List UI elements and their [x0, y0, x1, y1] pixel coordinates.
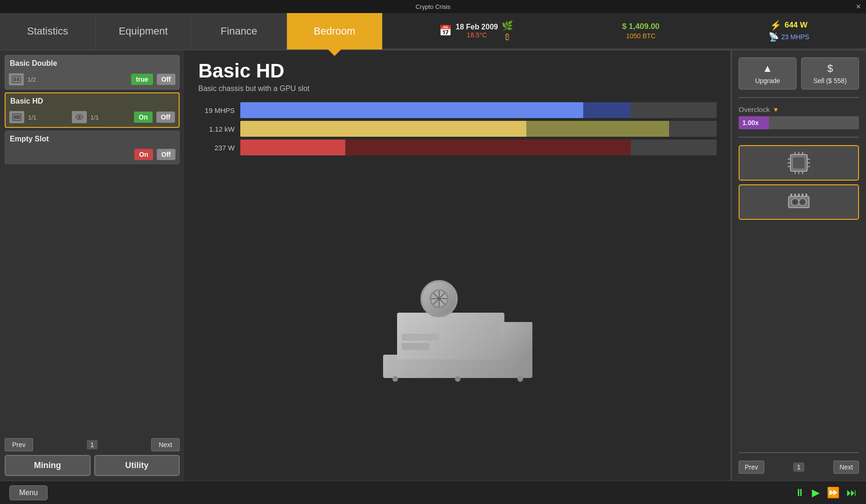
stat-fill-w-secondary — [345, 140, 631, 155]
right-panel: ▲ Upgrade $ Sell ($ 558) Overclock ▼ 1.0… — [731, 50, 866, 481]
lightning-icon: ⚡ — [770, 20, 782, 31]
sidebar-next-btn[interactable]: Next — [151, 438, 180, 451]
slot-off-basic-hd[interactable]: Off — [156, 112, 175, 123]
power-display: 644 W — [784, 21, 807, 30]
sell-label: Sell ($ 558) — [813, 77, 847, 84]
bitcoin-icon: ₿ — [505, 32, 510, 42]
divider-1 — [739, 97, 859, 98]
gpu-icon — [787, 190, 811, 214]
right-panel-spacer — [739, 225, 859, 445]
pause-button[interactable]: ⏸ — [795, 487, 805, 499]
sidebar-page-num: 1 — [87, 440, 98, 449]
svg-rect-1 — [14, 77, 16, 81]
playback-controls: ⏸ ▶ ⏩ ⏭ — [795, 487, 857, 499]
slot-off-empty[interactable]: Off — [157, 149, 175, 160]
svg-point-23 — [793, 200, 797, 204]
tab-bedroom[interactable]: Bedroom — [287, 13, 383, 49]
sidebar: Basic Double 1/2 true Off Basic HD — [0, 50, 184, 481]
machine-fan-inner — [430, 289, 448, 308]
header-info: 📅 18 Feb 2009 18.5°C 🌿 ₿ $ 1,409.00 1050… — [383, 13, 866, 49]
slot-list: Basic Double 1/2 true Off Basic HD — [5, 55, 180, 434]
upgrade-button[interactable]: ▲ Upgrade — [739, 57, 796, 90]
tab-statistics[interactable]: Statistics — [0, 13, 96, 49]
slot-name-basic-hd: Basic HD — [6, 93, 179, 109]
upgrade-label: Upgrade — [755, 77, 780, 84]
svg-rect-26 — [790, 194, 792, 196]
divider-3 — [739, 452, 859, 453]
leaf-icon: 🌿 — [502, 20, 513, 31]
slot-item-basic-double[interactable]: Basic Double 1/2 true Off — [5, 55, 180, 90]
overclock-section: Overclock ▼ 1.00x — [739, 105, 859, 129]
stat-row-mhps: 19 MHPS — [198, 102, 717, 118]
stat-bar-mhps — [240, 102, 717, 118]
selected-indicator — [179, 93, 180, 127]
stat-fill-w-main — [240, 140, 345, 155]
sell-icon: $ — [827, 63, 833, 75]
right-pagination: Prev 1 Next — [739, 461, 859, 474]
stat-row-w: 237 W — [198, 140, 717, 155]
temp-display: 18.5°C — [467, 31, 487, 39]
svg-point-25 — [801, 200, 804, 204]
sidebar-prev-btn[interactable]: Prev — [5, 438, 33, 451]
svg-rect-8 — [793, 157, 804, 168]
cat-btn-utility[interactable]: Utility — [94, 455, 180, 476]
stat-fill-mhps-secondary — [583, 102, 631, 118]
date-display: 18 Feb 2009 — [455, 23, 498, 31]
slot-on-empty[interactable]: On — [134, 149, 153, 160]
svg-rect-27 — [794, 194, 796, 196]
slot-btn-gpu[interactable] — [739, 184, 859, 220]
sidebar-category-btns: Mining Utility — [5, 455, 180, 481]
stat-bar-w — [240, 140, 717, 155]
sidebar-pagination: Prev 1 Next — [5, 434, 180, 455]
nav-tabs: Statistics Equipment Finance Bedroom — [0, 13, 383, 49]
mhps-display: 23 MHPS — [782, 33, 810, 41]
slot-icon-basic-double — [9, 73, 24, 85]
stat-fill-kw-main — [240, 121, 526, 137]
svg-rect-0 — [12, 76, 21, 83]
slot-item-basic-hd[interactable]: Basic HD 1/1 1/1 On Off — [5, 92, 180, 128]
main-content: Basic HD Basic chassis but with a GPU sl… — [184, 50, 731, 481]
title-bar: Crypto Crisis ✕ — [0, 0, 866, 13]
window-title: Crypto Crisis — [416, 3, 450, 10]
right-prev-btn[interactable]: Prev — [739, 461, 764, 474]
money-display: $ 1,409.00 — [622, 22, 659, 31]
tab-equipment[interactable]: Equipment — [96, 13, 191, 49]
menu-button[interactable]: Menu — [9, 485, 48, 500]
tab-finance[interactable]: Finance — [191, 13, 287, 49]
svg-point-6 — [78, 116, 81, 119]
overclock-bar[interactable]: 1.00x — [739, 116, 859, 129]
sell-button[interactable]: $ Sell ($ 558) — [801, 57, 859, 90]
slot-item-empty[interactable]: Empty Slot On Off — [5, 131, 180, 164]
upgrade-icon: ▲ — [762, 63, 773, 75]
stats-container: 19 MHPS 1.12 kW — [198, 102, 717, 158]
slot-controls-empty: On Off — [5, 147, 179, 164]
stat-label-kw: 1.12 kW — [198, 125, 240, 133]
right-next-btn[interactable]: Next — [833, 461, 859, 474]
play-button[interactable]: ▶ — [812, 487, 820, 499]
cpu-icon — [787, 151, 811, 175]
svg-rect-2 — [17, 77, 19, 81]
overclock-arrow-icon: ▼ — [773, 106, 779, 113]
svg-rect-4 — [14, 115, 20, 119]
overclock-label: Overclock — [739, 105, 770, 113]
slot-off-basic-double[interactable]: Off — [157, 74, 175, 85]
slot-name-basic-double: Basic Double — [5, 56, 179, 71]
stat-fill-kw-secondary — [526, 121, 669, 137]
fastest-button[interactable]: ⏭ — [846, 487, 857, 499]
svg-rect-30 — [805, 194, 807, 196]
machine-model — [383, 261, 532, 378]
slot-on-basic-double[interactable]: true — [131, 74, 153, 85]
slot-btn-cpu[interactable] — [739, 145, 859, 181]
stat-label-mhps: 19 MHPS — [198, 106, 240, 114]
close-button[interactable]: ✕ — [856, 3, 861, 10]
cat-btn-mining[interactable]: Mining — [5, 455, 91, 476]
right-page-num: 1 — [793, 462, 804, 472]
fast-forward-button[interactable]: ⏩ — [827, 487, 839, 499]
stat-bar-kw — [240, 121, 717, 137]
slot-on-basic-hd[interactable]: On — [134, 112, 152, 123]
slot-icon-basic-hd — [9, 111, 24, 123]
slot-info-basic-hd: 1/1 — [28, 114, 68, 121]
stat-label-w: 237 W — [198, 144, 240, 152]
slot-info2-basic-hd: 1/1 — [91, 114, 131, 121]
model-area — [198, 168, 717, 471]
